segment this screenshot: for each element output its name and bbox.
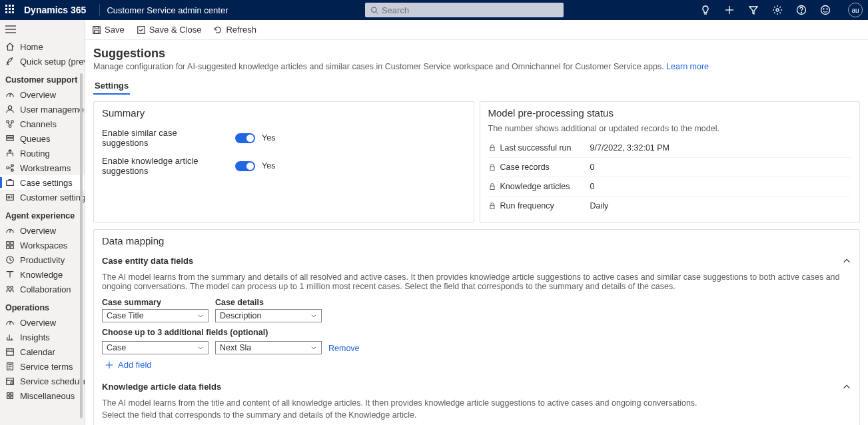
sidebar-item-service-terms[interactable]: Service terms <box>0 359 85 374</box>
svg-point-20 <box>7 167 9 169</box>
overview-icon <box>5 226 15 235</box>
sidebar-item-collaboration[interactable]: Collaboration <box>0 282 85 296</box>
save-close-icon <box>137 25 146 35</box>
feedback-icon[interactable] <box>820 5 831 15</box>
lightbulb-icon[interactable] <box>700 5 711 15</box>
article-help-text-2: Select the field that corresponds to the… <box>102 410 851 420</box>
sidebar-item-label: Channels <box>20 119 57 129</box>
add-field-button[interactable]: Add field <box>105 360 851 370</box>
sidebar-item-productivity[interactable]: Productivity <box>0 252 85 267</box>
sidebar-item-service-scheduling[interactable]: Service scheduling <box>0 374 85 388</box>
svg-point-5 <box>776 9 779 11</box>
lock-icon <box>488 144 496 152</box>
additional-field-1-select[interactable]: Case <box>102 341 209 354</box>
plus-icon <box>105 360 114 370</box>
learn-more-link[interactable]: Learn more <box>666 62 709 71</box>
sidebar-item-calendar[interactable]: Calendar <box>0 344 85 359</box>
case-entity-header[interactable]: Case entity data fields <box>102 252 851 270</box>
sidebar-item-label: Customer settings <box>20 193 85 203</box>
svg-point-25 <box>8 197 10 199</box>
svg-rect-52 <box>95 30 99 33</box>
chevron-down-icon <box>197 344 204 351</box>
knowledge-article-toggle[interactable] <box>235 161 255 171</box>
page-title: Suggestions <box>93 47 860 61</box>
data-mapping-card: Data mapping Case entity data fields The… <box>93 229 860 425</box>
status-value: 0 <box>590 182 595 191</box>
status-label: Run frequency <box>500 201 590 211</box>
refresh-icon <box>213 25 222 35</box>
avatar[interactable]: au <box>848 3 863 17</box>
status-value: 0 <box>590 163 595 172</box>
sidebar-item-miscellaneous[interactable]: Miscellaneous <box>0 388 85 403</box>
similar-case-toggle[interactable] <box>235 133 255 143</box>
sidebar-item-workspaces[interactable]: Workspaces <box>0 238 85 252</box>
sidebar-item-home[interactable]: Home <box>0 39 85 54</box>
knowledge-article-header[interactable]: Knowledge article data fields <box>102 378 851 396</box>
sidebar-item-workstreams[interactable]: Workstreams <box>0 161 85 175</box>
rocket-icon <box>5 57 15 66</box>
filter-icon[interactable] <box>748 5 759 15</box>
gear-icon[interactable] <box>772 5 783 15</box>
sidebar-item-queues[interactable]: Queues <box>0 131 85 146</box>
app-launcher-icon[interactable] <box>5 5 16 15</box>
sidebar-group-customer-support: Customer support <box>0 69 85 87</box>
sidebar-item-routing[interactable]: Routing <box>0 146 85 161</box>
save-button[interactable]: Save <box>92 25 125 35</box>
toggle-value: Yes <box>262 133 275 143</box>
sidebar-item-overview-cs[interactable]: Overview <box>0 87 85 102</box>
sidebar-item-overview-ae[interactable]: Overview <box>0 223 85 238</box>
svg-point-0 <box>371 7 376 12</box>
help-icon[interactable] <box>796 5 807 15</box>
save-label: Save <box>105 25 125 35</box>
svg-point-8 <box>821 6 829 15</box>
save-icon <box>92 25 101 35</box>
hamburger-icon[interactable] <box>0 24 85 39</box>
svg-rect-28 <box>7 242 9 244</box>
svg-point-33 <box>7 286 10 289</box>
sidebar-item-channels[interactable]: Channels <box>0 117 85 131</box>
svg-rect-31 <box>11 246 13 248</box>
save-close-button[interactable]: Save & Close <box>137 25 202 35</box>
status-label: Case records <box>500 163 590 172</box>
sidebar-item-label: Home <box>20 42 43 52</box>
case-details-select[interactable]: Description <box>215 309 322 322</box>
routing-icon <box>5 149 15 158</box>
svg-point-15 <box>7 121 9 123</box>
case-icon <box>5 178 15 187</box>
page-description: Manage configuration for AI-suggested kn… <box>93 62 860 71</box>
sidebar-item-case-settings[interactable]: Case settings <box>0 175 85 190</box>
sidebar-item-user-management[interactable]: User management <box>0 102 85 117</box>
svg-rect-35 <box>7 349 14 356</box>
sidebar-item-label: Workstreams <box>20 163 71 173</box>
sidebar-item-overview-op[interactable]: Overview <box>0 315 85 330</box>
sidebar-item-label: Workspaces <box>20 240 67 250</box>
workspaces-icon <box>5 240 15 250</box>
additional-field-2-select[interactable]: Next Sla <box>215 341 322 354</box>
remove-link[interactable]: Remove <box>328 344 360 354</box>
case-summary-select[interactable]: Case Title <box>102 309 209 322</box>
svg-point-10 <box>827 9 827 9</box>
sidebar-item-quick-setup[interactable]: Quick setup (previ... <box>0 54 85 69</box>
chevron-down-icon <box>197 312 204 319</box>
sidebar-item-label: Productivity <box>20 255 65 265</box>
refresh-button[interactable]: Refresh <box>213 25 256 35</box>
add-icon[interactable] <box>724 5 735 15</box>
svg-point-34 <box>11 286 13 289</box>
search-input[interactable] <box>382 5 558 15</box>
case-summary-label: Case summary <box>102 298 209 307</box>
collaboration-icon <box>5 284 15 294</box>
sidebar-item-label: Queues <box>20 134 51 144</box>
sidebar-item-knowledge[interactable]: Knowledge <box>0 267 85 282</box>
svg-point-16 <box>11 121 14 123</box>
productivity-icon <box>5 255 15 264</box>
sidebar-item-label: Miscellaneous <box>20 391 75 401</box>
global-search[interactable] <box>365 3 564 17</box>
svg-rect-47 <box>11 393 13 396</box>
sidebar-item-customer-settings[interactable]: Customer settings <box>0 190 85 205</box>
tab-settings[interactable]: Settings <box>93 79 130 95</box>
sidebar: Home Quick setup (previ... Customer supp… <box>0 20 85 425</box>
sidebar-item-insights[interactable]: Insights <box>0 330 85 344</box>
sidebar-item-label: Case settings <box>20 178 73 188</box>
calendar-icon <box>5 347 15 356</box>
chevron-up-icon <box>842 382 851 392</box>
